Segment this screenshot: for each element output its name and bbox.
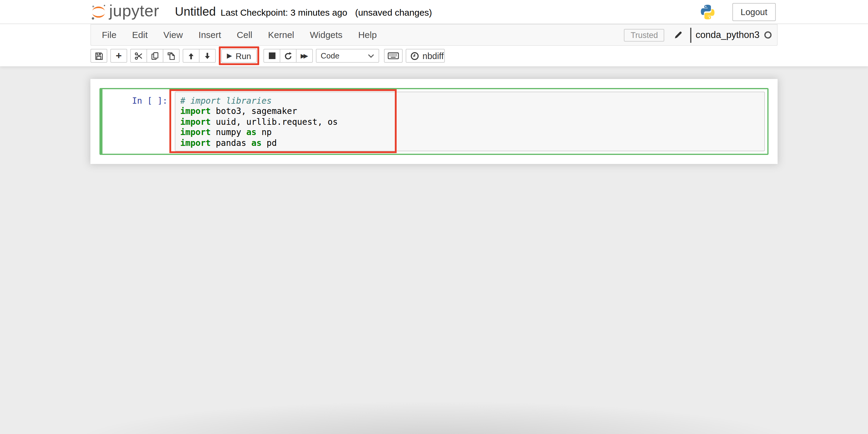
stop-icon (269, 53, 275, 59)
header: jupyter Untitled Last Checkpoint: 3 minu… (0, 0, 868, 24)
header-block: jupyter Untitled Last Checkpoint: 3 minu… (0, 0, 868, 66)
logout-button[interactable]: Logout (732, 3, 776, 21)
code-line: import boto3, sagemaker (180, 106, 760, 117)
chevron-down-icon (368, 53, 374, 58)
menu-view[interactable]: View (156, 25, 191, 45)
interrupt-kernel-button[interactable] (264, 49, 280, 63)
jupyter-wordmark: jupyter (109, 3, 159, 21)
menu-help[interactable]: Help (350, 25, 384, 45)
input-prompt: In [ ]: (105, 92, 175, 151)
nbdiff-button[interactable]: nbdiff (406, 49, 445, 63)
jupyter-logo-icon (91, 4, 106, 21)
code-line: import uuid, urllib.request, os (180, 117, 760, 127)
move-down-icon (203, 51, 212, 61)
edit-button-group (130, 49, 180, 63)
code-input-area[interactable]: # import librariesimport boto3, sagemake… (175, 92, 765, 151)
cell-type-value: Code (321, 51, 368, 60)
python-logo-icon (699, 3, 716, 20)
title-area: Untitled Last Checkpoint: 3 minutes ago … (175, 5, 432, 19)
save-button[interactable] (90, 49, 107, 63)
menu-widgets[interactable]: Widgets (302, 25, 350, 45)
jupyter-logo[interactable]: jupyter (91, 3, 159, 21)
menu-cell[interactable]: Cell (229, 25, 260, 45)
fast-forward-icon: ▶▶ (301, 53, 308, 59)
code-line: import numpy as np (180, 127, 760, 138)
copy-button[interactable] (147, 49, 163, 63)
move-up-icon (186, 51, 196, 61)
run-button-annotation: ▶ Run (219, 46, 259, 65)
move-button-group (183, 49, 216, 63)
cell-type-select[interactable]: Code (316, 49, 379, 63)
menubar-divider (690, 27, 691, 42)
run-label: Run (236, 51, 251, 61)
toolbar-row: + (0, 46, 868, 66)
move-cell-down-button[interactable] (199, 49, 216, 63)
pencil-icon[interactable] (674, 30, 683, 40)
code-line: # import libraries (180, 96, 760, 106)
header-right: Logout (699, 3, 776, 21)
paste-icon (166, 51, 176, 61)
add-cell-button[interactable]: + (110, 49, 127, 63)
notebook-container: In [ ]: # import librariesimport boto3, … (90, 79, 778, 164)
code-lines: # import librariesimport boto3, sagemake… (180, 96, 760, 148)
menubar-row: File Edit View Insert Cell Kernel Widget… (0, 24, 868, 46)
code-cell[interactable]: In [ ]: # import librariesimport boto3, … (99, 88, 769, 155)
cut-button[interactable] (130, 49, 147, 63)
run-icon: ▶ (227, 53, 232, 59)
nbdiff-label: nbdiff (423, 51, 444, 61)
toolbar: + (90, 49, 868, 65)
kernel-button-group: ▶▶ (264, 49, 313, 63)
cut-icon (134, 51, 144, 61)
command-palette-button[interactable] (384, 49, 403, 63)
menubar-right: Trusted conda_python3 (624, 27, 773, 42)
restart-run-all-button[interactable]: ▶▶ (296, 49, 313, 63)
clock-icon (410, 51, 420, 61)
kernel-name: conda_python3 (695, 30, 760, 40)
run-button[interactable]: ▶ Run (221, 49, 257, 63)
bottom-shade (0, 386, 868, 434)
kernel-idle-icon (764, 31, 772, 38)
save-icon (94, 51, 104, 61)
move-cell-up-button[interactable] (183, 49, 199, 63)
menubar: File Edit View Insert Cell Kernel Widget… (90, 24, 778, 46)
menu-insert[interactable]: Insert (191, 25, 229, 45)
code-line: import pandas as pd (180, 138, 760, 148)
add-cell-icon: + (116, 51, 122, 61)
menu-edit[interactable]: Edit (124, 25, 156, 45)
notebook-page: In [ ]: # import librariesimport boto3, … (0, 66, 868, 434)
jupyter-notebook-app: jupyter Untitled Last Checkpoint: 3 minu… (0, 0, 868, 434)
restart-kernel-icon (283, 51, 293, 61)
keyboard-icon (388, 51, 399, 60)
restart-kernel-button[interactable] (280, 49, 297, 63)
trusted-button[interactable]: Trusted (624, 29, 664, 41)
checkpoint-status: Last Checkpoint: 3 minutes ago (221, 7, 347, 18)
unsaved-changes-indicator: (unsaved changes) (355, 7, 432, 18)
menu-file[interactable]: File (94, 25, 124, 45)
copy-icon (150, 51, 160, 61)
notebook-title[interactable]: Untitled (175, 5, 216, 19)
paste-button[interactable] (163, 49, 180, 63)
menu-kernel[interactable]: Kernel (260, 25, 302, 45)
